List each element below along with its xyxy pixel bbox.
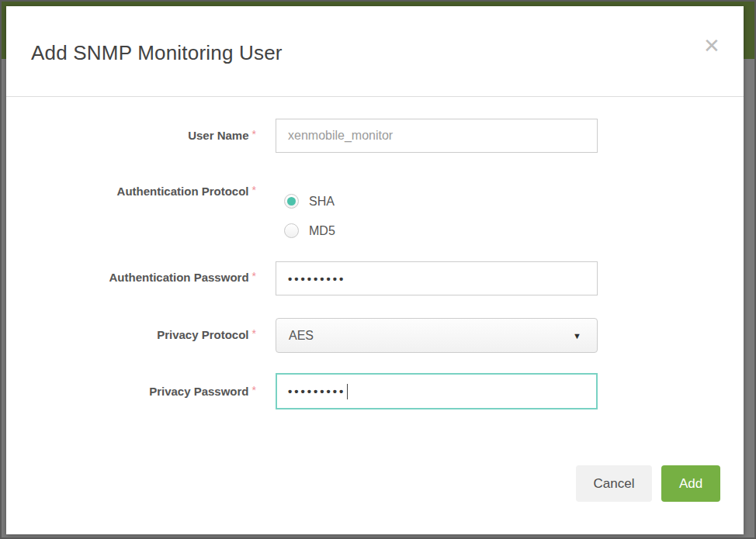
required-asterisk: *	[252, 184, 256, 196]
cancel-button[interactable]: Cancel	[576, 465, 652, 502]
user-name-value: xenmobile_monitor	[288, 129, 393, 143]
auth-password-masked-value: •••••••••	[288, 273, 345, 285]
auth-protocol-label: Authentication Protocol*	[6, 184, 256, 199]
radio-option-sha-label: SHA	[309, 195, 335, 209]
privacy-password-input[interactable]: •••••••••	[276, 373, 598, 409]
required-asterisk: *	[252, 270, 256, 282]
radio-option-md5[interactable]: MD5	[276, 223, 335, 238]
dialog-title: Add SNMP Monitoring User	[31, 40, 283, 65]
privacy-protocol-label: Privacy Protocol*	[6, 327, 256, 343]
auth-protocol-radio-group: SHA MD5	[276, 194, 335, 253]
privacy-protocol-select[interactable]: AES ▼	[276, 318, 598, 353]
user-name-input[interactable]: xenmobile_monitor	[276, 119, 598, 153]
required-asterisk: *	[252, 327, 256, 340]
auth-protocol-label-text: Authentication Protocol	[117, 185, 249, 198]
required-asterisk: *	[252, 128, 256, 140]
auth-password-label-text: Authentication Password	[109, 271, 249, 284]
auth-password-label: Authentication Password*	[6, 270, 256, 285]
radio-option-md5-label: MD5	[309, 224, 335, 238]
radio-button-icon	[284, 194, 299, 209]
privacy-password-label: Privacy Password*	[6, 384, 256, 399]
user-name-label-text: User Name	[188, 129, 248, 142]
privacy-password-label-text: Privacy Password	[149, 385, 248, 398]
text-cursor	[347, 384, 348, 399]
required-asterisk: *	[252, 384, 256, 396]
radio-option-sha[interactable]: SHA	[276, 194, 335, 209]
add-button[interactable]: Add	[661, 465, 720, 502]
radio-button-icon	[284, 223, 299, 238]
privacy-protocol-label-text: Privacy Protocol	[157, 328, 248, 341]
add-snmp-monitoring-user-dialog: Add SNMP Monitoring User ✕ User Name* xe…	[6, 6, 744, 534]
privacy-password-masked-value: •••••••••	[288, 385, 345, 397]
privacy-protocol-selected-value: AES	[289, 329, 314, 343]
close-icon[interactable]: ✕	[700, 34, 723, 57]
user-name-label: User Name*	[6, 128, 256, 143]
header-divider	[6, 96, 744, 97]
screenshot-frame: Add SNMP Monitoring User ✕ User Name* xe…	[0, 0, 756, 539]
chevron-down-icon: ▼	[573, 331, 581, 340]
auth-password-input[interactable]: •••••••••	[276, 261, 598, 295]
